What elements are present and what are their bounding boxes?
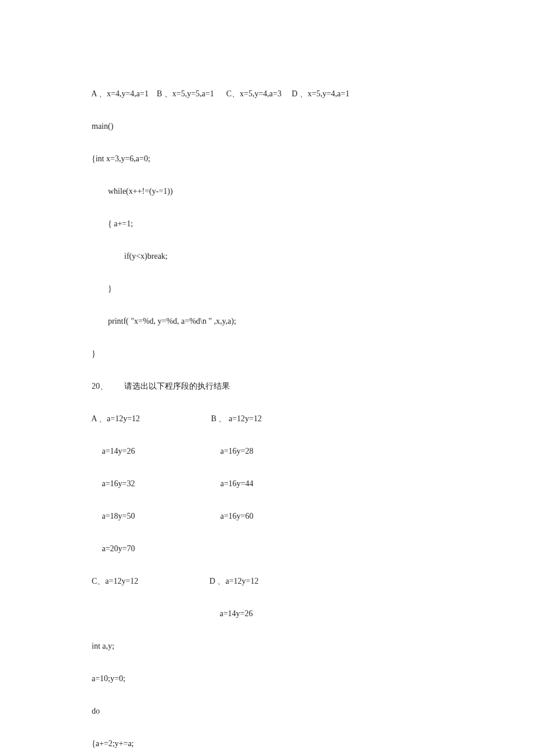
line: a=20y=70 — [75, 541, 459, 557]
line: { a+=1; — [75, 216, 459, 232]
line: A 、a=12y=12 B 、 a=12y=12 — [75, 411, 459, 427]
line: 20、 请选出以下程序段的执行结果 — [75, 378, 459, 395]
line: a=10;y=0; — [75, 671, 459, 687]
line: int a,y; — [75, 638, 459, 654]
line: a=16y=32 a=16y=44 — [75, 476, 459, 492]
line: {int x=3,y=6,a=0; — [75, 151, 459, 167]
line: do — [75, 703, 459, 719]
line: printf( "x=%d, y=%d, a=%d\n " ,x,y,a); — [75, 313, 459, 330]
line: a=18y=50 a=16y=60 — [75, 508, 459, 525]
line: C、a=12y=12 D 、a=12y=12 — [75, 573, 459, 589]
line: main() — [75, 118, 459, 135]
line: A 、x=4,y=4,a=1 B 、x=5,y=5,a=1 C、x=5,y=4,… — [75, 86, 459, 102]
line: } — [75, 281, 459, 297]
line: } — [75, 346, 459, 362]
line: a=14y=26 a=16y=28 — [75, 443, 459, 460]
line: while(x++!=(y-=1)) — [75, 183, 459, 200]
document-page: A 、x=4,y=4,a=1 B 、x=5,y=5,a=1 C、x=5,y=4,… — [0, 0, 534, 756]
line: if(y<x)break; — [75, 248, 459, 265]
line: a=14y=26 — [75, 606, 459, 622]
line: {a+=2;y+=a; — [75, 736, 459, 752]
